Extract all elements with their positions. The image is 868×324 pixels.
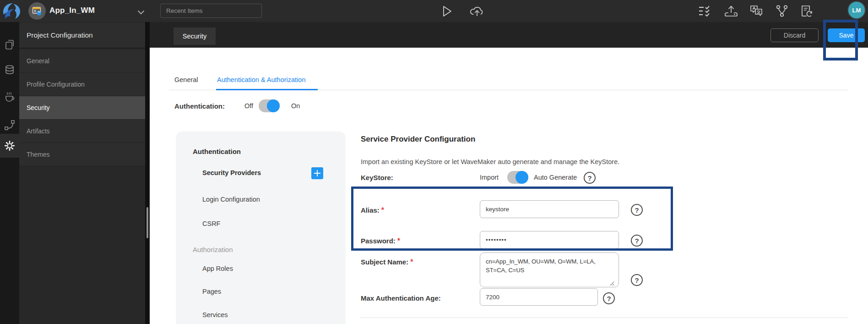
- sidebar-item-security[interactable]: Security: [19, 96, 145, 120]
- password-input[interactable]: [480, 231, 619, 249]
- authentication-on-label: On: [291, 102, 300, 110]
- project-config-sidebar: Project Configuration General Profile Co…: [19, 22, 145, 324]
- toggle-knob: [267, 99, 280, 112]
- password-help-icon[interactable]: ?: [631, 235, 643, 247]
- subnav-item-security-providers[interactable]: Security Providers: [202, 169, 261, 176]
- subject-name-textarea[interactable]: cn=App_In_WM, OU=WM, O=WM, L=LA, ST=CA, …: [480, 253, 619, 287]
- alias-input[interactable]: [480, 200, 619, 218]
- section-description: Import an existing KeyStore or let WaveM…: [361, 158, 619, 165]
- checklist-icon[interactable]: [697, 4, 712, 18]
- keystore-label: KeyStore:: [361, 174, 393, 181]
- resize-grip-icon[interactable]: [609, 280, 614, 288]
- active-tab-underline: [216, 89, 318, 90]
- main-header-bar: Security Discard Save: [150, 22, 868, 48]
- subnav-item-pages[interactable]: Pages: [202, 288, 221, 295]
- sidebar-scroll-track: [145, 22, 150, 324]
- section-divider: [360, 318, 848, 318]
- tab-general[interactable]: General: [174, 76, 198, 83]
- save-button[interactable]: Save: [828, 28, 865, 42]
- translate-icon[interactable]: [749, 4, 764, 18]
- keystore-help-icon[interactable]: ?: [584, 172, 596, 184]
- cloud-deploy-icon[interactable]: [469, 4, 485, 18]
- tab-authentication-authorization[interactable]: Authentication & Authorization: [217, 76, 305, 83]
- max-auth-age-input[interactable]: [480, 288, 598, 306]
- sidebar-item-general[interactable]: General: [19, 49, 145, 73]
- subnav-item-csrf[interactable]: CSRF: [202, 220, 220, 227]
- required-asterisk: *: [410, 258, 413, 266]
- authentication-label: Authentication:: [174, 102, 225, 110]
- wavemaker-studio-window: App_In_WM: [0, 0, 868, 324]
- keystore-auto-generate-label: Auto Generate: [534, 174, 577, 181]
- password-label: Password:*: [361, 237, 400, 245]
- security-subnav-panel: Authentication Security Providers Login …: [176, 132, 346, 324]
- subnav-item-app-roles[interactable]: App Roles: [202, 265, 233, 272]
- subnav-section-authorization: Authorization: [193, 246, 233, 253]
- run-play-icon[interactable]: [439, 4, 455, 18]
- chevron-down-icon[interactable]: [137, 8, 145, 16]
- subject-name-label: Subject Name:*: [361, 258, 413, 266]
- subject-name-help-icon[interactable]: ?: [631, 274, 643, 286]
- keystore-toggle[interactable]: [507, 171, 528, 184]
- wavemaker-logo-icon: [1, 1, 22, 23]
- project-title: App_In_WM: [49, 6, 95, 15]
- recent-items-input[interactable]: [160, 4, 262, 18]
- discard-button[interactable]: Discard: [770, 28, 819, 42]
- required-asterisk: *: [381, 206, 384, 214]
- authentication-toggle[interactable]: [259, 99, 280, 112]
- required-asterisk: *: [397, 237, 400, 245]
- max-auth-age-help-icon[interactable]: ?: [603, 292, 615, 304]
- sidebar-item-profile-configuration[interactable]: Profile Configuration: [19, 73, 145, 96]
- user-avatar[interactable]: LM: [847, 1, 866, 19]
- subnav-item-login-configuration[interactable]: Login Configuration: [202, 196, 260, 203]
- add-security-provider-button[interactable]: [311, 167, 323, 179]
- java-services-icon[interactable]: [0, 86, 19, 110]
- keystore-import-label: Import: [480, 174, 499, 181]
- toggle-knob: [515, 171, 528, 184]
- export-drive-icon[interactable]: [723, 4, 739, 18]
- file-sync-icon[interactable]: [799, 4, 814, 18]
- sidebar-scrollbar[interactable]: [146, 207, 148, 238]
- pages-icon[interactable]: [0, 33, 19, 56]
- open-page-tab-security[interactable]: Security: [174, 27, 216, 45]
- app-icon: [28, 2, 46, 20]
- database-icon[interactable]: [0, 58, 19, 82]
- alias-help-icon[interactable]: ?: [631, 204, 643, 216]
- subnav-item-services[interactable]: Services: [202, 311, 228, 319]
- sidebar-item-themes[interactable]: Themes: [19, 143, 145, 166]
- section-heading: Service Provider Configuration: [361, 135, 475, 144]
- alias-label: Alias:*: [361, 206, 384, 214]
- top-bar: App_In_WM: [0, 0, 868, 22]
- authentication-off-label: Off: [244, 102, 253, 110]
- max-auth-age-label: Max Authentication Age:: [361, 294, 441, 302]
- subnav-section-authentication: Authentication: [193, 148, 241, 155]
- settings-gear-icon[interactable]: [0, 134, 19, 158]
- branch-icon[interactable]: [774, 4, 790, 18]
- left-icon-rail: [0, 22, 19, 324]
- sidebar-title: Project Configuration: [19, 23, 145, 49]
- sidebar-item-artifacts[interactable]: Artifacts: [19, 120, 145, 143]
